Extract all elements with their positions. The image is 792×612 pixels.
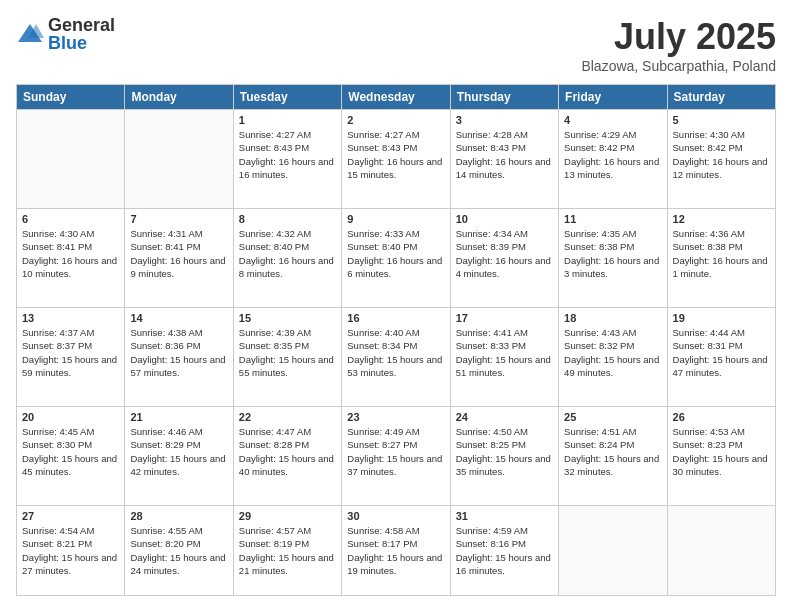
calendar-cell (17, 110, 125, 209)
day-info: Sunrise: 4:43 AMSunset: 8:32 PMDaylight:… (564, 326, 661, 379)
day-info: Sunrise: 4:31 AMSunset: 8:41 PMDaylight:… (130, 227, 227, 280)
month-title: July 2025 (581, 16, 776, 58)
day-info: Sunrise: 4:47 AMSunset: 8:28 PMDaylight:… (239, 425, 336, 478)
day-info: Sunrise: 4:50 AMSunset: 8:25 PMDaylight:… (456, 425, 553, 478)
day-number: 5 (673, 114, 770, 126)
calendar-cell: 27Sunrise: 4:54 AMSunset: 8:21 PMDayligh… (17, 506, 125, 596)
day-number: 22 (239, 411, 336, 423)
weekday-header-monday: Monday (125, 85, 233, 110)
calendar-cell: 17Sunrise: 4:41 AMSunset: 8:33 PMDayligh… (450, 308, 558, 407)
calendar-cell: 6Sunrise: 4:30 AMSunset: 8:41 PMDaylight… (17, 209, 125, 308)
day-number: 14 (130, 312, 227, 324)
day-number: 30 (347, 510, 444, 522)
day-info: Sunrise: 4:27 AMSunset: 8:43 PMDaylight:… (347, 128, 444, 181)
day-number: 28 (130, 510, 227, 522)
calendar-cell: 5Sunrise: 4:30 AMSunset: 8:42 PMDaylight… (667, 110, 775, 209)
logo: General Blue (16, 16, 115, 52)
calendar-cell: 8Sunrise: 4:32 AMSunset: 8:40 PMDaylight… (233, 209, 341, 308)
day-info: Sunrise: 4:29 AMSunset: 8:42 PMDaylight:… (564, 128, 661, 181)
weekday-header-wednesday: Wednesday (342, 85, 450, 110)
calendar-cell (125, 110, 233, 209)
day-info: Sunrise: 4:36 AMSunset: 8:38 PMDaylight:… (673, 227, 770, 280)
day-number: 27 (22, 510, 119, 522)
day-number: 6 (22, 213, 119, 225)
day-number: 12 (673, 213, 770, 225)
calendar-cell: 10Sunrise: 4:34 AMSunset: 8:39 PMDayligh… (450, 209, 558, 308)
weekday-header-tuesday: Tuesday (233, 85, 341, 110)
day-number: 25 (564, 411, 661, 423)
day-info: Sunrise: 4:33 AMSunset: 8:40 PMDaylight:… (347, 227, 444, 280)
calendar-cell: 9Sunrise: 4:33 AMSunset: 8:40 PMDaylight… (342, 209, 450, 308)
day-info: Sunrise: 4:49 AMSunset: 8:27 PMDaylight:… (347, 425, 444, 478)
logo-blue: Blue (48, 34, 115, 52)
calendar-cell: 29Sunrise: 4:57 AMSunset: 8:19 PMDayligh… (233, 506, 341, 596)
day-info: Sunrise: 4:55 AMSunset: 8:20 PMDaylight:… (130, 524, 227, 577)
day-number: 2 (347, 114, 444, 126)
day-number: 11 (564, 213, 661, 225)
calendar-cell: 21Sunrise: 4:46 AMSunset: 8:29 PMDayligh… (125, 407, 233, 506)
day-number: 20 (22, 411, 119, 423)
calendar-cell: 14Sunrise: 4:38 AMSunset: 8:36 PMDayligh… (125, 308, 233, 407)
calendar-cell: 13Sunrise: 4:37 AMSunset: 8:37 PMDayligh… (17, 308, 125, 407)
day-number: 3 (456, 114, 553, 126)
calendar-cell: 2Sunrise: 4:27 AMSunset: 8:43 PMDaylight… (342, 110, 450, 209)
weekday-header-sunday: Sunday (17, 85, 125, 110)
calendar-cell: 19Sunrise: 4:44 AMSunset: 8:31 PMDayligh… (667, 308, 775, 407)
calendar-cell: 3Sunrise: 4:28 AMSunset: 8:43 PMDaylight… (450, 110, 558, 209)
calendar-cell: 15Sunrise: 4:39 AMSunset: 8:35 PMDayligh… (233, 308, 341, 407)
day-number: 7 (130, 213, 227, 225)
calendar-cell: 11Sunrise: 4:35 AMSunset: 8:38 PMDayligh… (559, 209, 667, 308)
calendar-cell: 28Sunrise: 4:55 AMSunset: 8:20 PMDayligh… (125, 506, 233, 596)
day-number: 1 (239, 114, 336, 126)
day-info: Sunrise: 4:46 AMSunset: 8:29 PMDaylight:… (130, 425, 227, 478)
day-number: 31 (456, 510, 553, 522)
day-number: 23 (347, 411, 444, 423)
day-info: Sunrise: 4:39 AMSunset: 8:35 PMDaylight:… (239, 326, 336, 379)
day-number: 16 (347, 312, 444, 324)
calendar-cell: 26Sunrise: 4:53 AMSunset: 8:23 PMDayligh… (667, 407, 775, 506)
location: Blazowa, Subcarpathia, Poland (581, 58, 776, 74)
day-info: Sunrise: 4:57 AMSunset: 8:19 PMDaylight:… (239, 524, 336, 577)
logo-general: General (48, 16, 115, 34)
day-info: Sunrise: 4:27 AMSunset: 8:43 PMDaylight:… (239, 128, 336, 181)
day-info: Sunrise: 4:34 AMSunset: 8:39 PMDaylight:… (456, 227, 553, 280)
day-number: 10 (456, 213, 553, 225)
calendar: SundayMondayTuesdayWednesdayThursdayFrid… (16, 84, 776, 596)
calendar-cell: 18Sunrise: 4:43 AMSunset: 8:32 PMDayligh… (559, 308, 667, 407)
day-info: Sunrise: 4:58 AMSunset: 8:17 PMDaylight:… (347, 524, 444, 577)
calendar-cell: 30Sunrise: 4:58 AMSunset: 8:17 PMDayligh… (342, 506, 450, 596)
title-block: July 2025 Blazowa, Subcarpathia, Poland (581, 16, 776, 74)
day-info: Sunrise: 4:59 AMSunset: 8:16 PMDaylight:… (456, 524, 553, 577)
day-number: 18 (564, 312, 661, 324)
calendar-cell: 20Sunrise: 4:45 AMSunset: 8:30 PMDayligh… (17, 407, 125, 506)
day-number: 15 (239, 312, 336, 324)
day-info: Sunrise: 4:38 AMSunset: 8:36 PMDaylight:… (130, 326, 227, 379)
day-number: 19 (673, 312, 770, 324)
day-number: 26 (673, 411, 770, 423)
day-info: Sunrise: 4:53 AMSunset: 8:23 PMDaylight:… (673, 425, 770, 478)
day-number: 13 (22, 312, 119, 324)
calendar-cell: 25Sunrise: 4:51 AMSunset: 8:24 PMDayligh… (559, 407, 667, 506)
day-info: Sunrise: 4:40 AMSunset: 8:34 PMDaylight:… (347, 326, 444, 379)
calendar-cell: 31Sunrise: 4:59 AMSunset: 8:16 PMDayligh… (450, 506, 558, 596)
day-info: Sunrise: 4:51 AMSunset: 8:24 PMDaylight:… (564, 425, 661, 478)
day-info: Sunrise: 4:37 AMSunset: 8:37 PMDaylight:… (22, 326, 119, 379)
day-number: 21 (130, 411, 227, 423)
calendar-cell: 7Sunrise: 4:31 AMSunset: 8:41 PMDaylight… (125, 209, 233, 308)
calendar-cell (667, 506, 775, 596)
day-info: Sunrise: 4:32 AMSunset: 8:40 PMDaylight:… (239, 227, 336, 280)
day-info: Sunrise: 4:54 AMSunset: 8:21 PMDaylight:… (22, 524, 119, 577)
day-info: Sunrise: 4:28 AMSunset: 8:43 PMDaylight:… (456, 128, 553, 181)
logo-icon (16, 20, 44, 48)
calendar-cell: 22Sunrise: 4:47 AMSunset: 8:28 PMDayligh… (233, 407, 341, 506)
day-info: Sunrise: 4:35 AMSunset: 8:38 PMDaylight:… (564, 227, 661, 280)
calendar-cell: 1Sunrise: 4:27 AMSunset: 8:43 PMDaylight… (233, 110, 341, 209)
day-info: Sunrise: 4:41 AMSunset: 8:33 PMDaylight:… (456, 326, 553, 379)
calendar-cell: 16Sunrise: 4:40 AMSunset: 8:34 PMDayligh… (342, 308, 450, 407)
day-info: Sunrise: 4:30 AMSunset: 8:42 PMDaylight:… (673, 128, 770, 181)
calendar-cell: 23Sunrise: 4:49 AMSunset: 8:27 PMDayligh… (342, 407, 450, 506)
day-number: 4 (564, 114, 661, 126)
weekday-header-saturday: Saturday (667, 85, 775, 110)
day-number: 9 (347, 213, 444, 225)
day-info: Sunrise: 4:45 AMSunset: 8:30 PMDaylight:… (22, 425, 119, 478)
